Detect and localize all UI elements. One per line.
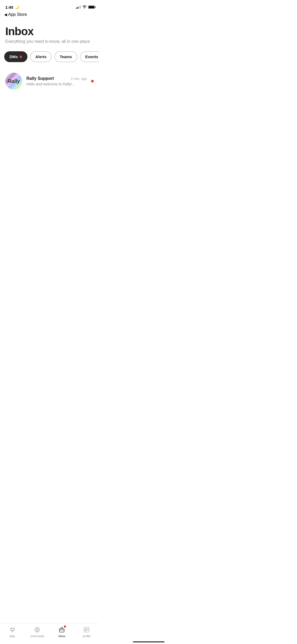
avatar: Rally (5, 73, 22, 90)
message-header: Rally Support 2 min. ago (26, 76, 87, 81)
back-nav[interactable]: ◀ App Store (0, 12, 99, 19)
signal-icon (76, 6, 81, 9)
message-item[interactable]: Rally Rally Support 2 min. ago Hello and… (0, 68, 99, 94)
tab-alerts-label: Alerts (35, 54, 47, 59)
page-title: Inbox (5, 25, 94, 38)
back-arrow-icon: ◀ (4, 12, 7, 17)
tab-alerts[interactable]: Alerts (30, 51, 52, 62)
message-list: Rally Rally Support 2 min. ago Hello and… (0, 66, 99, 96)
tab-teams-label: Teams (60, 54, 72, 59)
tab-dms[interactable]: DMs (4, 51, 27, 62)
tab-teams[interactable]: Teams (54, 51, 77, 62)
svg-point-0 (84, 8, 85, 8)
status-bar: 1:45 🌙 (0, 0, 99, 12)
message-sender: Rally Support (26, 76, 54, 81)
tab-events[interactable]: Events (80, 51, 99, 62)
moon-icon: 🌙 (15, 5, 19, 9)
status-right (76, 5, 95, 9)
battery-icon (88, 6, 95, 9)
tab-events-label: Events (85, 54, 98, 59)
unread-dot (91, 80, 94, 82)
filter-tabs: DMs Alerts Teams Events People (0, 46, 99, 66)
wifi-icon (82, 5, 87, 9)
avatar-text: Rally (7, 78, 20, 84)
message-time: 2 min. ago (71, 77, 87, 81)
page-subtitle: Everything you need to know, all in one … (5, 39, 94, 44)
page-header: Inbox Everything you need to know, all i… (0, 19, 99, 46)
back-label: App Store (8, 12, 27, 17)
message-preview: Hello and welcome to Rally!... (26, 82, 87, 86)
message-content: Rally Support 2 min. ago Hello and welco… (26, 76, 87, 86)
status-time: 1:45 (5, 5, 13, 10)
message-item-right (91, 80, 94, 82)
dms-badge (20, 56, 22, 58)
tab-dms-label: DMs (10, 54, 18, 59)
status-left: 1:45 🌙 (5, 5, 19, 10)
